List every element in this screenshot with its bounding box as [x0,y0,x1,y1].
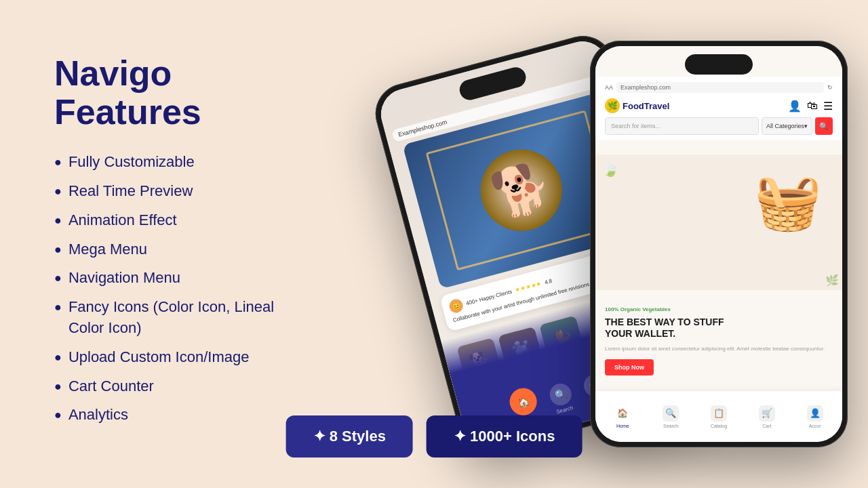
feature-text: Analytics [68,405,128,426]
front-home-icon: 🏠 [614,405,631,422]
menu-icon: ☰ [823,100,833,113]
reload-icon: ↻ [827,84,833,91]
front-nav-account: 👤 Accor [807,405,823,428]
left-content: Navigo Features Fully Customizable Real … [0,14,353,474]
food-logo: 🌿 FoodTravel [605,98,669,113]
cta-body-text: Lorem ipsum dolor sit amet consectetur a… [605,345,833,352]
food-url: Exampleshop.com [616,82,824,93]
food-header: AA Exampleshop.com ↻ 🌿 FoodTravel [595,77,842,140]
chat-avatar: 😊 [448,298,464,314]
front-search-label: Search [663,424,678,428]
front-account-label: Accor [809,424,821,428]
list-item-animation-effect: Animation Effect [54,210,298,231]
front-phone-content: AA Exampleshop.com ↻ 🌿 FoodTravel [595,46,842,442]
search-input-mock: Search for items... [605,117,759,135]
search-label: Search [555,405,574,415]
food-address-bar: AA Exampleshop.com ↻ [605,82,833,93]
feature-text: Upload Custom Icon/Image [68,347,250,368]
cta-headline: THE BEST WAY TO STUFF YOUR WALLET. [605,317,833,340]
search-icon: 🔍 [547,381,574,407]
list-item-fancy-icons: Fancy Icons (Color Icon, Lineal Color Ic… [54,297,298,339]
feature-text: Fancy Icons (Color Icon, Lineal Color Ic… [68,297,298,339]
list-item-mega-menu: Mega Menu [54,239,298,260]
front-cart-icon: 🛒 [759,405,775,422]
food-logo-text: FoodTravel [623,101,669,111]
headline-line1: THE BEST WAY TO STUFF [605,317,724,327]
front-cart-label: Cart [762,424,771,428]
food-nav-icons: 👤 🛍 ☰ [788,100,833,113]
chevron-down-icon: ▾ [804,123,808,129]
headline-line2: YOUR WALLET. [605,328,675,339]
front-home-label: Home [616,424,629,428]
list-item-navigation-menu: Navigation Menu [54,268,298,289]
list-item-fully-customizable: Fully Customizable [54,152,298,173]
nav-item-search: 🔍 Search [547,381,576,415]
phones-area: Exampleshop.com From $59.95 🐕 🐩 [380,0,868,488]
page-title: Navigo Features [54,54,298,131]
bag-icon: 🛍 [807,100,818,112]
list-item-cart-counter: Cart Counter [54,376,298,397]
user-icon: 👤 [788,100,802,113]
feature-text: Navigation Menu [68,268,180,289]
food-cta-section: 100% Organic Vegetables THE BEST WAY TO … [595,297,842,385]
front-account-icon: 👤 [807,405,823,422]
phone-front: AA Exampleshop.com ↻ 🌿 FoodTravel [590,41,848,447]
food-hero: 🍃 🧺 🌿 [595,155,842,290]
front-catalog-icon: 📋 [711,405,727,422]
feature-text: Animation Effect [68,210,177,231]
feature-text: Real Time Preview [68,181,193,202]
food-logo-icon: 🌿 [605,98,620,113]
feature-text: Mega Menu [68,239,147,260]
front-nav-catalog: 📋 Catalog [711,405,727,428]
front-catalog-label: Catalog [711,424,727,428]
basket-image: 🧺 [741,155,835,249]
search-button[interactable]: 🔍 [815,117,833,135]
list-item-upload-custom: Upload Custom Icon/Image [54,347,298,368]
leaf-icon-left: 🍃 [602,161,619,178]
dynamic-island-front [685,54,753,75]
rating-value: 4.8 [544,277,553,285]
food-search-bar: Search for items... All Categories ▾ 🔍 [605,117,833,135]
front-nav-cart: 🛒 Cart [759,405,775,428]
star-rating: ★★★★★ [514,280,542,293]
feature-text: Cart Counter [68,376,154,397]
organic-badge: 100% Organic Vegetables [605,306,833,312]
list-item-real-time-preview: Real Time Preview [54,181,298,202]
front-nav-home: 🏠 Home [614,405,631,428]
styles-button[interactable]: ✦ 8 Styles [286,415,413,458]
feature-text: Fully Customizable [68,152,195,173]
front-search-icon: 🔍 [663,405,679,422]
leaf-icon-right: 🌿 [825,274,839,287]
phone-screen-front: AA Exampleshop.com ↻ 🌿 FoodTravel [595,46,842,442]
buttons-row: ✦ 8 Styles ✦ 1000+ Icons [286,415,583,458]
features-list: Fully Customizable Real Time Preview Ani… [54,152,298,426]
front-nav-search: 🔍 Search [663,405,679,428]
phone-shell-front: AA Exampleshop.com ↻ 🌿 FoodTravel [590,41,848,447]
bottom-nav-front: 🏠 Home 🔍 Search 📋 Catalog [595,391,842,442]
search-placeholder: Search for items... [611,123,660,129]
shop-now-button[interactable]: Shop Now [605,359,654,375]
category-placeholder: All Categories [766,123,804,129]
category-select: All Categories ▾ [762,117,812,135]
home-icon: 🏠 [507,385,540,418]
main-container: Navigo Features Fully Customizable Real … [0,0,868,488]
list-item-analytics: Analytics [54,405,298,426]
icons-button[interactable]: ✦ 1000+ Icons [427,415,582,458]
food-nav: 🌿 FoodTravel 👤 🛍 ☰ [605,98,833,113]
